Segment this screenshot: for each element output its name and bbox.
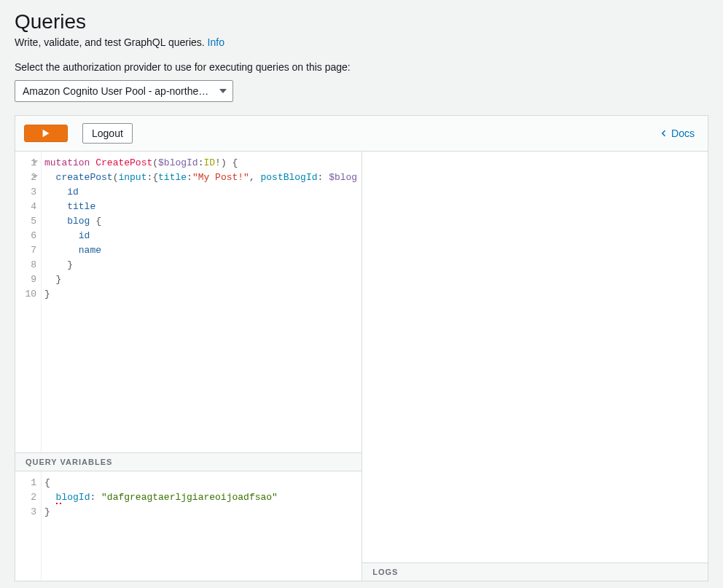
editor-right-pane: LOGS: [362, 152, 708, 581]
variables-code[interactable]: { blogId: "dafgreagtaerljgiareoijoadfsao…: [42, 471, 362, 581]
editor-left-pane: 12345678910 mutation CreatePost($blogId:…: [15, 152, 362, 581]
page-subtitle-text: Write, validate, and test GraphQL querie…: [15, 36, 208, 48]
auth-provider-value: Amazon Cognito User Pool - ap-northe…: [23, 85, 215, 97]
run-button[interactable]: [24, 125, 68, 142]
chevron-left-icon: [660, 129, 668, 138]
docs-label: Docs: [671, 128, 695, 139]
graphiql-panel: Logout Docs 12345678910 mutation CreateP…: [15, 115, 708, 581]
query-gutter: 12345678910: [15, 152, 42, 452]
editor-toolbar: Logout Docs: [15, 116, 708, 152]
query-editor[interactable]: 12345678910 mutation CreatePost($blogId:…: [15, 152, 362, 452]
editor-workspace: 12345678910 mutation CreatePost($blogId:…: [15, 152, 708, 581]
auth-provider-label: Select the authorization provider to use…: [15, 61, 708, 73]
variables-editor[interactable]: 123 { blogId: "dafgreagtaerljgiareoijoad…: [15, 471, 362, 581]
page-subtitle: Write, validate, and test GraphQL querie…: [15, 36, 708, 48]
play-icon: [41, 128, 51, 138]
docs-button[interactable]: Docs: [655, 125, 699, 142]
logout-button[interactable]: Logout: [82, 123, 133, 144]
auth-provider-select[interactable]: Amazon Cognito User Pool - ap-northe…: [15, 80, 233, 102]
query-code[interactable]: mutation CreatePost($blogId:ID!) { creat…: [42, 152, 362, 452]
query-variables-header[interactable]: QUERY VARIABLES: [15, 452, 362, 471]
info-link[interactable]: Info: [208, 36, 224, 48]
page-title: Queries: [15, 10, 708, 34]
variables-gutter: 123: [15, 471, 42, 581]
caret-down-icon: [219, 89, 227, 93]
results-pane: [362, 152, 708, 562]
logs-header[interactable]: LOGS: [362, 562, 708, 581]
